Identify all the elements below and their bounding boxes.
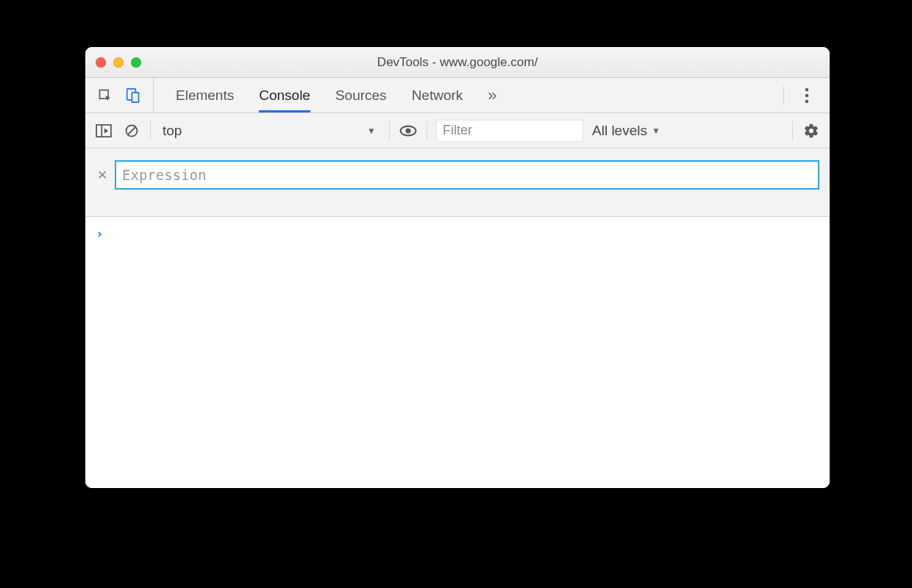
log-levels-label: All levels [592,123,647,139]
divider [389,121,390,140]
live-expression-icon[interactable] [399,121,418,140]
execution-context-select[interactable]: top ▼ [160,121,380,141]
svg-line-9 [128,127,135,135]
console-prompt-icon: › [96,226,104,241]
divider [783,86,784,105]
svg-rect-2 [132,92,138,101]
dropdown-caret-icon: ▼ [367,126,376,136]
svg-point-11 [405,128,410,133]
clear-console-icon[interactable] [122,121,141,140]
log-levels-select[interactable]: All levels ▼ [592,123,660,139]
main-tabs-row: Elements Console Sources Network » [85,78,830,113]
toggle-sidebar-icon[interactable] [94,121,113,140]
window-title: DevTools - www.google.com/ [85,55,830,70]
tab-console[interactable]: Console [259,78,310,112]
svg-point-3 [805,87,809,91]
settings-gear-icon[interactable] [802,121,821,140]
titlebar: DevTools - www.google.com/ [85,47,830,78]
window-controls [96,57,141,68]
zoom-button[interactable] [131,57,141,68]
inspect-element-icon[interactable] [96,86,115,105]
console-toolbar: top ▼ All levels ▼ [85,113,830,148]
filter-input[interactable] [436,120,583,142]
kebab-menu-icon[interactable] [797,86,816,105]
execution-context-label: top [163,123,182,139]
console-output[interactable]: › [85,217,830,488]
divider [792,121,793,140]
tab-network[interactable]: Network [412,78,463,112]
close-icon[interactable]: ✕ [96,168,109,183]
devtools-window: DevTools - www.google.com/ Elements Cons… [85,47,830,488]
minimize-button[interactable] [113,57,124,68]
close-button[interactable] [96,57,106,68]
live-expression-row: ✕ [85,148,830,217]
svg-point-5 [805,99,809,103]
live-expression-input[interactable] [115,160,819,190]
divider [150,121,151,140]
divider [427,121,427,140]
svg-point-4 [805,93,809,97]
tabs-overflow-icon[interactable]: » [488,78,496,112]
device-toolbar-icon[interactable] [124,86,143,105]
tab-sources[interactable]: Sources [335,78,387,112]
dropdown-caret-icon: ▼ [652,126,660,136]
tab-elements[interactable]: Elements [176,78,234,112]
svg-rect-6 [96,124,111,136]
